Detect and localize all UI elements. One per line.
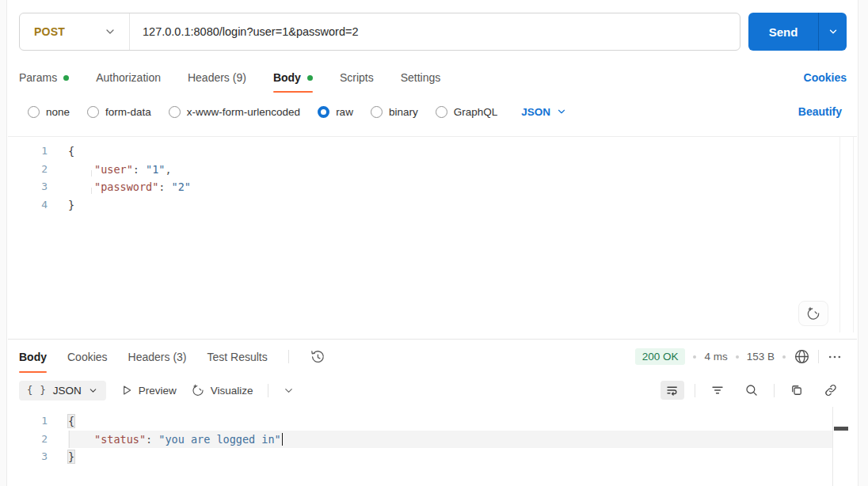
wrap-text-button[interactable] <box>661 381 684 400</box>
more-views-chevron-icon[interactable] <box>283 385 295 397</box>
radio-raw[interactable]: raw <box>318 106 353 118</box>
response-tab-headers-label: Headers (3) <box>128 351 187 363</box>
postbot-ai-button[interactable] <box>798 301 828 326</box>
chevron-down-icon <box>88 385 98 396</box>
cookies-link[interactable]: Cookies <box>804 71 847 84</box>
response-tabs: Body Cookies Headers (3) Test Results 20… <box>8 340 857 374</box>
search-button[interactable] <box>740 381 763 400</box>
response-time[interactable]: 4 ms <box>704 351 727 363</box>
tab-settings[interactable]: Settings <box>401 71 441 84</box>
code-line-current[interactable]: 2 "status": "you are logged in" <box>8 431 832 449</box>
open-brace-token: { <box>68 415 74 427</box>
radio-graphql[interactable]: GraphQL <box>436 106 498 118</box>
request-body-editor[interactable]: 1 { 2 "user": "1", 3 "password": "2" 4 } <box>8 136 857 332</box>
code-line[interactable]: 4 } <box>8 196 857 215</box>
line-number: 1 <box>8 412 48 431</box>
radio-urlencoded[interactable]: x-www-form-urlencoded <box>169 106 300 118</box>
postman-request-view: POST 127.0.0.1:8080/login?user=1&passwor… <box>0 0 868 486</box>
divider <box>818 350 819 363</box>
link-icon <box>824 383 838 397</box>
beautify-link[interactable]: Beautify <box>798 105 842 118</box>
code-line[interactable]: 3 "password": "2" <box>8 178 857 196</box>
code-line[interactable]: 1 { <box>8 412 832 431</box>
radio-binary-label: binary <box>389 106 418 118</box>
method-label: POST <box>34 25 65 38</box>
tab-body[interactable]: Body <box>273 71 313 84</box>
code-line[interactable]: 1 { <box>8 142 857 161</box>
json-value-token: "2" <box>172 180 191 193</box>
response-format-select[interactable]: { } JSON <box>19 381 106 401</box>
send-button-label[interactable]: Send <box>748 13 818 51</box>
more-options-icon[interactable] <box>827 349 843 365</box>
radio-circle-icon[interactable] <box>371 106 383 118</box>
divider <box>288 350 289 363</box>
radio-graphql-label: GraphQL <box>454 106 498 118</box>
wrap-text-icon <box>665 383 680 397</box>
raw-language-select[interactable]: JSON <box>521 106 567 118</box>
response-history-icon[interactable] <box>310 349 326 365</box>
response-tab-test-results[interactable]: Test Results <box>207 351 268 363</box>
radio-circle-icon[interactable] <box>87 106 99 118</box>
scrollbar-position-mark[interactable] <box>834 427 848 431</box>
radio-form-data[interactable]: form-data <box>87 106 151 118</box>
url-input[interactable]: 127.0.0.1:8080/login?user=1&password=2 <box>130 13 740 50</box>
send-options-chevron-icon[interactable] <box>819 13 847 51</box>
tab-params[interactable]: Params <box>19 71 69 84</box>
tab-body-label: Body <box>273 71 301 84</box>
params-green-dot <box>63 75 69 81</box>
address-box: POST 127.0.0.1:8080/login?user=1&passwor… <box>19 13 740 51</box>
radio-circle-icon[interactable] <box>28 106 40 118</box>
radio-circle-icon[interactable] <box>436 106 447 118</box>
line-number: 3 <box>8 178 48 196</box>
json-key-token: "status" <box>94 433 146 446</box>
radio-urlencoded-label: x-www-form-urlencoded <box>187 106 300 118</box>
close-brace-token: } <box>68 450 74 463</box>
dot-separator <box>782 355 786 359</box>
body-green-dot <box>307 75 313 81</box>
code-line[interactable]: 2 "user": "1", <box>8 161 857 179</box>
response-section: Body Cookies Headers (3) Test Results 20… <box>8 339 857 486</box>
method-select[interactable]: POST <box>20 13 130 50</box>
status-badge[interactable]: 200 OK <box>635 348 686 365</box>
colon-token: : <box>146 433 152 446</box>
tab-headers-label: Headers (9) <box>188 71 246 84</box>
tab-scripts[interactable]: Scripts <box>340 71 374 84</box>
chevron-down-icon <box>556 106 567 117</box>
radio-circle-icon[interactable] <box>169 106 181 118</box>
line-number: 2 <box>8 431 48 449</box>
response-tab-cookies[interactable]: Cookies <box>67 351 108 363</box>
line-number: 2 <box>8 161 48 179</box>
dot-separator <box>693 355 696 359</box>
link-button[interactable] <box>819 381 843 400</box>
divider <box>774 384 775 397</box>
colon-token: : <box>133 163 139 176</box>
response-body-editor[interactable]: 1 { 2 "status": "you are logged in" 3 } <box>8 407 833 486</box>
radio-binary[interactable]: binary <box>371 106 418 118</box>
tab-authorization[interactable]: Authorization <box>96 71 161 84</box>
code-line[interactable]: 3 } <box>8 448 832 466</box>
divider <box>268 384 268 397</box>
visualize-label: Visualize <box>211 385 253 397</box>
send-button[interactable]: Send <box>748 13 847 51</box>
radio-selected-icon[interactable] <box>318 106 329 118</box>
response-tab-body-label: Body <box>19 351 47 363</box>
panel-right-edge <box>858 0 868 486</box>
play-icon <box>120 384 133 397</box>
preview-button[interactable]: Preview <box>120 384 177 397</box>
response-toolbar: { } JSON Preview Visualize <box>8 374 857 407</box>
response-tab-headers[interactable]: Headers (3) <box>128 351 187 363</box>
radio-none[interactable]: none <box>28 106 70 118</box>
response-tab-body[interactable]: Body <box>19 351 47 363</box>
open-brace-token: { <box>68 145 74 158</box>
network-globe-icon[interactable] <box>794 348 810 365</box>
response-size[interactable]: 153 B <box>747 351 775 363</box>
response-format-label: JSON <box>53 385 82 397</box>
json-value-token: "you are logged in" <box>158 433 280 446</box>
visualize-button[interactable]: Visualize <box>191 383 253 397</box>
response-tab-cookies-label: Cookies <box>67 351 108 363</box>
copy-button[interactable] <box>785 381 809 400</box>
response-tab-test-results-label: Test Results <box>207 351 268 363</box>
filter-button[interactable] <box>706 381 729 400</box>
tab-headers[interactable]: Headers (9) <box>188 71 246 84</box>
json-key-token: "password" <box>94 180 158 193</box>
